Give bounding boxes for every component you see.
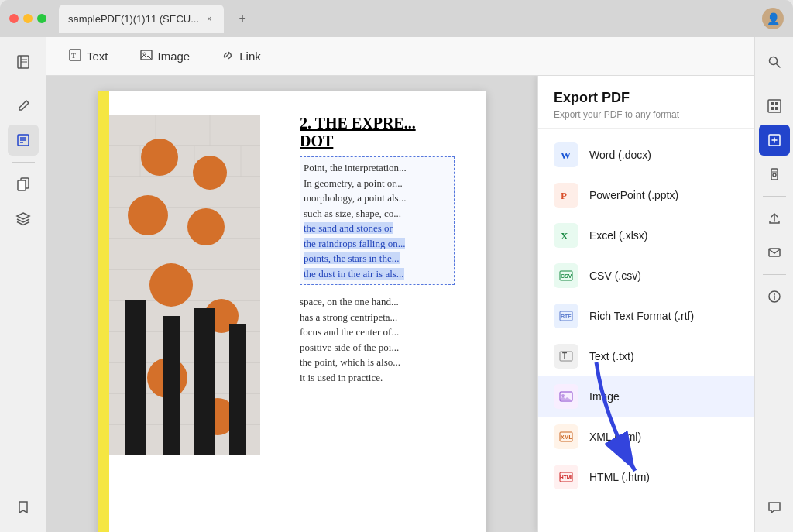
right-export-icon[interactable] (759, 125, 790, 156)
svg-rect-62 (771, 102, 774, 105)
word-icon: W (554, 142, 578, 167)
svg-text:T: T (71, 52, 76, 60)
xml-icon: XML (554, 424, 578, 449)
minimize-button[interactable] (23, 14, 33, 23)
svg-text:P: P (561, 190, 567, 201)
tab-close-button[interactable]: × (204, 13, 215, 24)
svg-line-60 (776, 64, 780, 68)
right-share-icon[interactable] (759, 203, 790, 234)
export-item-excel[interactable]: X Excel (.xlsx) (538, 215, 754, 256)
toolbar-link[interactable]: Link (215, 45, 267, 68)
right-mail-icon[interactable] (759, 237, 790, 268)
sidebar-icon-book[interactable] (8, 46, 39, 77)
svg-text:X: X (561, 230, 568, 242)
export-panel: Export PDF Export your PDF to any format… (537, 76, 754, 532)
text-label: Text (.txt) (589, 350, 634, 362)
new-tab-button[interactable]: + (233, 9, 252, 28)
export-item-csv[interactable]: CSV CSV (.csv) (538, 256, 754, 296)
svg-point-35 (149, 263, 193, 307)
pdf-area: 2. THE EXPRE...DOT Point, the interpreta… (46, 76, 537, 532)
center-column: T Text Image (46, 37, 754, 532)
html-icon: HTML (554, 465, 578, 489)
pdf-paragraph-1: Point, the interpretation... In geometry… (300, 156, 455, 285)
export-header: Export PDF Export your PDF to any format (538, 76, 754, 129)
toolbar-image[interactable]: Image (133, 45, 197, 68)
pdf-and-export: 2. THE EXPRE...DOT Point, the interpreta… (46, 76, 754, 532)
svg-text:XML: XML (561, 434, 573, 440)
right-comment-icon[interactable] (759, 492, 790, 523)
right-search-icon[interactable] (759, 46, 790, 77)
sidebar-icon-pen[interactable] (8, 91, 39, 122)
sidebar-icon-layers[interactable] (8, 203, 39, 234)
toolbar-link-label: Link (239, 50, 261, 63)
svg-text:T: T (562, 352, 567, 360)
svg-rect-65 (775, 107, 778, 110)
svg-rect-41 (194, 308, 215, 455)
sidebar-icon-bookmark[interactable] (8, 492, 39, 523)
content-area: 2. THE EXPRE...DOT Point, the interpreta… (46, 76, 754, 532)
svg-rect-39 (125, 300, 146, 455)
left-sidebar (0, 37, 46, 532)
export-item-rtf[interactable]: RTF Rich Text Format (.rtf) (538, 296, 754, 336)
svg-rect-67 (771, 169, 778, 180)
export-item-xml[interactable]: XML XML (.xml) (538, 417, 754, 457)
toolbar-image-label: Image (158, 50, 191, 63)
toolbar-text-label: Text (87, 50, 108, 63)
right-properties-icon[interactable] (759, 281, 790, 312)
close-button[interactable] (9, 14, 19, 23)
right-sidebar (754, 37, 793, 532)
export-item-word[interactable]: W Word (.docx) (538, 135, 754, 175)
highlighted-text: the sand and stones or the raindrops fal… (304, 222, 405, 280)
svg-rect-63 (775, 102, 778, 105)
sidebar-icon-edit[interactable] (8, 125, 39, 156)
rtf-icon: RTF (554, 304, 578, 328)
avatar[interactable]: 👤 (762, 8, 784, 29)
art-svg (109, 115, 260, 455)
svg-rect-42 (229, 324, 246, 455)
sidebar-divider-1 (12, 84, 35, 84)
powerpoint-label: PowerPoint (.pptx) (589, 189, 678, 201)
toolbar-text[interactable]: T Text (62, 45, 115, 68)
svg-point-34 (187, 208, 225, 245)
text-toolbar-icon: T (68, 48, 82, 65)
svg-text:CSV: CSV (561, 273, 572, 279)
right-divider-3 (763, 274, 786, 275)
svg-point-31 (141, 139, 178, 176)
right-divider-1 (763, 84, 786, 84)
word-label: Word (.docx) (589, 149, 651, 161)
svg-point-73 (774, 293, 775, 295)
svg-point-13 (143, 53, 146, 55)
excel-icon: X (554, 223, 578, 248)
svg-point-68 (773, 173, 776, 177)
right-ocr-icon[interactable] (759, 91, 790, 122)
export-item-image[interactable]: Image (538, 376, 754, 417)
maximize-button[interactable] (37, 14, 46, 23)
tab-title: samplePDF(1)(1)11 (SECU... (68, 13, 199, 25)
image-label: Image (589, 390, 620, 403)
image-icon (554, 384, 578, 409)
toolbar: T Text Image (46, 37, 754, 76)
main-layout: T Text Image (0, 37, 793, 532)
text-icon: T (554, 344, 578, 369)
svg-text:W: W (561, 149, 571, 161)
image-toolbar-icon (139, 48, 153, 65)
svg-rect-9 (18, 180, 26, 190)
export-item-powerpoint[interactable]: P PowerPoint (.pptx) (538, 175, 754, 215)
powerpoint-icon: P (554, 183, 578, 208)
sidebar-icon-copy[interactable] (8, 169, 39, 200)
svg-text:HTML: HTML (560, 475, 574, 480)
svg-rect-70 (769, 249, 780, 256)
link-toolbar-icon (221, 48, 235, 65)
svg-point-32 (193, 156, 227, 190)
export-title: Export PDF (554, 90, 739, 106)
right-protect-icon[interactable] (759, 159, 790, 190)
svg-rect-61 (768, 100, 781, 112)
svg-point-33 (128, 195, 168, 235)
rtf-label: Rich Text Format (.rtf) (589, 310, 694, 322)
csv-icon: CSV (554, 263, 578, 288)
active-tab[interactable]: samplePDF(1)(1)11 (SECU... × (59, 5, 224, 33)
pdf-art-image (109, 115, 260, 455)
export-item-html[interactable]: HTML HTML (.htm) (538, 457, 754, 497)
export-subtitle: Export your PDF to any format (554, 109, 739, 120)
export-item-text[interactable]: T Text (.txt) (538, 336, 754, 376)
